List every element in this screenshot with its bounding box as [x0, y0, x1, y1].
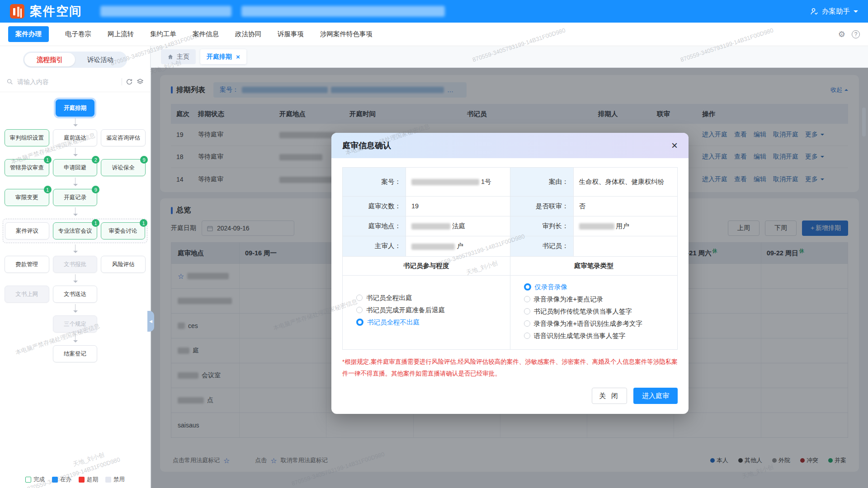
sidebar-tabs: 流程指引 诉讼活动: [23, 52, 127, 68]
clerk-label: 书记员：: [510, 236, 573, 256]
radio-icon-selected: [356, 319, 363, 326]
legend-done-swatch: [25, 477, 31, 483]
scrollbar-thumb[interactable]: [862, 108, 866, 136]
flow-node-fee-management[interactable]: 费款管理: [5, 256, 49, 273]
count-badge: 1: [92, 219, 99, 227]
tab-litigation-activity[interactable]: 诉讼活动: [75, 53, 126, 66]
radio-clerk-no-attend[interactable]: 书记员全程不出庭: [356, 316, 507, 328]
count-badge: 9: [140, 156, 148, 164]
radio-icon: [356, 307, 363, 313]
redacted-header-text: [241, 6, 445, 17]
tab-process-guide[interactable]: 流程指引: [24, 53, 75, 66]
radio-traditional-record[interactable]: 书记员制作传统笔录供当事人签字: [524, 305, 675, 318]
legend-disabled-swatch: [105, 477, 111, 483]
layers-icon[interactable]: [137, 78, 144, 85]
flow-arrow: [75, 274, 75, 282]
flow-node-three-rules: 三个规定: [53, 315, 98, 333]
flow-node-time-limit-change[interactable]: 审限变更1: [5, 189, 49, 206]
enter-court-button[interactable]: 进入庭审: [633, 388, 678, 404]
presiding-value: 户: [406, 236, 510, 256]
flow-node-hearing-schedule[interactable]: 开庭排期: [56, 99, 95, 117]
radio-icon: [524, 296, 530, 302]
cause-value: 生命权、身体权、健康权纠纷: [573, 168, 678, 197]
flow-node-committee-discussion[interactable]: 审委会讨论1: [101, 222, 145, 239]
session-count-value: 19: [406, 197, 510, 216]
flow-node-pretrial-delivery[interactable]: 庭前送达: [53, 129, 98, 146]
radio-av-only[interactable]: 仅录音录像: [524, 281, 675, 293]
divider: [122, 78, 122, 85]
cause-label: 案由：: [510, 168, 573, 197]
flow-node-jurisdiction-objection[interactable]: 管辖异议审查1: [5, 159, 49, 176]
legend-overdue-swatch: [79, 477, 85, 483]
flow-node-recusal[interactable]: 申请回避2: [53, 159, 98, 176]
count-badge: 9: [92, 186, 99, 193]
close-button[interactable]: 关 闭: [592, 388, 627, 404]
hearing-info-table: 案号： 1号 案由： 生命权、身体权、健康权纠纷 庭审次数： 19 是否联审： …: [342, 167, 678, 350]
case-no-value: 1号: [406, 168, 510, 197]
app-window: 案件空间 办案助手 案件办理 电子卷宗 网上流转 集约工单 案件信息 政法协同 …: [0, 0, 868, 488]
count-badge: 1: [44, 186, 52, 193]
flow-node-trial-org[interactable]: 审判组织设置: [5, 129, 49, 146]
nav-item-case-handling[interactable]: 案件办理: [8, 26, 49, 42]
process-flowchart: 开庭排期 审判组织设置 庭前送达 鉴定咨询评估 管辖异议审查1 申请回避2 诉讼…: [0, 99, 150, 362]
radio-speech-generated-record[interactable]: 语音识别生成笔录供当事人签字: [524, 330, 675, 342]
legend-disabled: 禁用: [105, 476, 125, 483]
nav-item-net-case[interactable]: 涉网案件特色事项: [320, 30, 373, 38]
assistant-menu[interactable]: 办案助手: [810, 7, 858, 16]
radio-icon-selected: [524, 283, 531, 291]
main-nav: 案件办理 电子卷宗 网上流转 集约工单 案件信息 政法协同 诉服事项 涉网案件特…: [0, 23, 868, 46]
location-value: 法庭: [406, 216, 510, 236]
flow-node-doc-approval: 文书报批: [53, 256, 98, 273]
flow-node-risk-assessment[interactable]: 风险评估: [101, 256, 146, 273]
nav-item-work-order[interactable]: 集约工单: [150, 30, 176, 38]
modal-footer: 关 闭 进入庭审: [331, 380, 689, 414]
flow-node-hearing-record[interactable]: 开庭记录9: [53, 189, 98, 206]
redacted-name: [411, 244, 455, 250]
count-badge: 1: [44, 156, 52, 164]
flow-node-case-closing[interactable]: 结案登记: [53, 345, 98, 362]
case-no-label: 案号：: [343, 168, 406, 197]
nav-item-legal-collab[interactable]: 政法协同: [235, 30, 261, 38]
close-icon[interactable]: ×: [671, 140, 678, 151]
legend-overdue: 超期: [79, 476, 98, 483]
tab-hearing-schedule[interactable]: 开庭排期 ×: [200, 49, 246, 64]
count-badge: 1: [140, 219, 147, 227]
search-input[interactable]: [17, 78, 118, 85]
sidebar-collapse-handle[interactable]: ◀: [147, 311, 154, 332]
nav-tools: ⚙ ?: [838, 30, 860, 38]
flow-node-appraisal[interactable]: 鉴定咨询评估: [101, 129, 146, 146]
flow-node-doc-delivery[interactable]: 文书送达: [53, 286, 98, 303]
nav-item-online-flow[interactable]: 网上流转: [108, 30, 134, 38]
flow-node-preservation[interactable]: 诉讼保全9: [101, 159, 146, 176]
gear-icon[interactable]: ⚙: [838, 30, 845, 38]
hearing-confirm-modal: 庭审信息确认 × 案号： 1号 案由： 生命权、身体权、健康权纠纷 庭审次数： …: [331, 133, 689, 414]
tab-home[interactable]: 主页: [161, 49, 196, 64]
chief-judge-value: 用户: [573, 216, 678, 236]
refresh-icon[interactable]: [126, 78, 133, 85]
nav-item-case-info[interactable]: 案件信息: [193, 30, 219, 38]
radio-clerk-full-attend[interactable]: 书记员全程出庭: [356, 292, 507, 304]
close-icon[interactable]: ×: [236, 53, 240, 61]
nav-item-e-file[interactable]: 电子卷宗: [65, 30, 91, 38]
search-icon: [6, 78, 14, 85]
app-title: 案件空间: [30, 3, 82, 19]
joint-trial-value: 否: [573, 197, 678, 216]
participation-group-header: 书记员参与程度: [343, 256, 510, 275]
sidebar: 流程指引 诉讼活动 开庭排期 审判组织设置: [0, 46, 151, 488]
radio-icon: [524, 320, 530, 327]
live-broadcast-warning: *根据规定,案件庭审直播需要进行风险评估,经风险评估较高的案件、涉敏感案件、涉密…: [342, 356, 678, 380]
flow-node-judge-meeting[interactable]: 专业法官会议1: [53, 222, 97, 239]
participation-options: 书记员全程出庭 书记员完成开庭准备后退庭 书记员全程不出庭: [343, 275, 510, 349]
radio-av-plus-notes[interactable]: 录音录像为准+要点记录: [524, 293, 675, 305]
redacted-name: [579, 223, 614, 230]
nav-item-service-matters[interactable]: 诉服事项: [278, 30, 304, 38]
person-icon: [810, 7, 818, 15]
home-icon: [167, 54, 174, 60]
legend-done: 完成: [25, 476, 45, 483]
radio-clerk-leave-after-prep[interactable]: 书记员完成开庭准备后退庭: [356, 304, 507, 316]
record-type-group-header: 庭审笔录类型: [510, 256, 678, 275]
presiding-label: 主审人：: [343, 236, 406, 256]
help-icon[interactable]: ?: [852, 30, 860, 38]
radio-av-plus-speech-text[interactable]: 录音录像为准+语音识别生成参考文字: [524, 318, 675, 330]
flow-node-case-review[interactable]: 案件评议: [5, 222, 49, 239]
